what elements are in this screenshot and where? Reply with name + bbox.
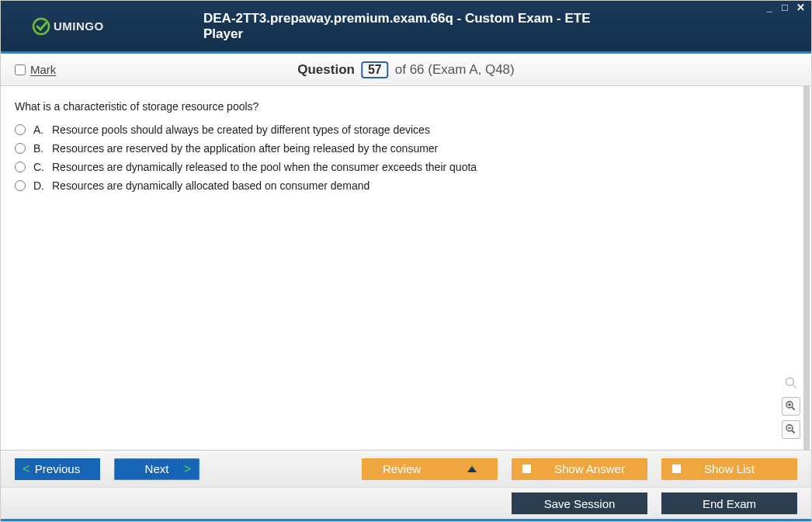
svg-line-2 [793, 385, 796, 388]
option-letter: A. [33, 124, 44, 136]
question-label: Question [297, 62, 355, 78]
footer-secondary: Save Session End Exam [1, 487, 811, 521]
option-radio[interactable] [15, 162, 26, 172]
close-icon[interactable]: ✕ [794, 2, 807, 13]
option-text: Resources are dynamically released to th… [52, 161, 477, 173]
answer-option[interactable]: D.Resources are dynamically allocated ba… [15, 179, 797, 192]
titlebar: UMINGO DEA-2TT3.prepaway.premium.exam.66… [1, 1, 811, 54]
next-label: Next [145, 462, 169, 475]
svg-line-4 [792, 407, 794, 409]
minimize-icon[interactable]: _ [763, 2, 776, 13]
triangle-up-icon [467, 466, 477, 472]
svg-line-8 [792, 430, 794, 433]
option-radio[interactable] [15, 143, 26, 154]
option-letter: D. [33, 179, 44, 192]
option-text: Resources are dynamically allocated base… [52, 179, 370, 192]
window-title: DEA-2TT3.prepaway.premium.exam.66q - Cus… [203, 11, 609, 42]
save-session-label: Save Session [544, 497, 616, 510]
logo-text: UMINGO [54, 19, 104, 33]
answer-option[interactable]: B.Resources are reserved by the applicat… [15, 142, 797, 155]
option-text: Resources are reserved by the applicatio… [52, 142, 438, 155]
answer-option[interactable]: C.Resources are dynamically released to … [15, 161, 797, 173]
option-letter: C. [33, 161, 44, 173]
question-text: What is a characteristic of storage reso… [15, 100, 797, 113]
question-indicator: Question 57 of 66 (Exam A, Q48) [297, 61, 514, 78]
chevron-right-icon: > [184, 462, 191, 476]
answer-option[interactable]: A.Resource pools should always be create… [15, 124, 797, 136]
zoom-in-icon[interactable] [782, 397, 800, 416]
end-exam-button[interactable]: End Exam [661, 492, 797, 514]
end-exam-label: End Exam [703, 497, 756, 510]
review-button[interactable]: Review [362, 458, 498, 480]
logo: UMINGO [32, 17, 104, 36]
mark-checkbox[interactable] [15, 64, 26, 75]
svg-point-0 [33, 19, 49, 34]
content-area: What is a characteristic of storage reso… [1, 86, 811, 450]
option-letter: B. [33, 142, 44, 155]
footer-primary: < Previous Next > Review Show Answer Sho… [1, 450, 811, 487]
svg-point-1 [786, 378, 793, 385]
previous-label: Previous [35, 462, 80, 475]
show-list-label: Show List [704, 462, 755, 475]
square-icon [672, 465, 681, 473]
save-session-button[interactable]: Save Session [512, 492, 647, 514]
next-button[interactable]: Next > [114, 458, 200, 480]
chevron-left-icon: < [23, 462, 29, 476]
mark-label: Mark [30, 63, 56, 76]
question-number: 57 [361, 61, 389, 78]
previous-button[interactable]: < Previous [15, 458, 100, 480]
show-list-button[interactable]: Show List [661, 458, 797, 480]
mark-checkbox-wrap[interactable]: Mark [15, 63, 56, 76]
maximize-icon[interactable]: □ [779, 2, 791, 13]
show-answer-button[interactable]: Show Answer [512, 458, 647, 480]
vertical-scrollbar[interactable] [803, 86, 810, 450]
show-answer-label: Show Answer [554, 462, 625, 475]
zoom-tools [782, 374, 800, 439]
window-controls: _ □ ✕ [763, 2, 807, 13]
zoom-out-icon[interactable] [782, 420, 800, 439]
option-radio[interactable] [15, 124, 26, 135]
option-text: Resource pools should always be created … [52, 124, 430, 136]
square-icon [522, 465, 531, 473]
question-bar: Mark Question 57 of 66 (Exam A, Q48) [1, 54, 811, 86]
search-icon[interactable] [782, 374, 800, 392]
question-of-total: of 66 (Exam A, Q48) [395, 62, 515, 78]
checkmark-icon [32, 17, 50, 36]
review-label: Review [383, 462, 421, 475]
option-radio[interactable] [15, 180, 26, 191]
